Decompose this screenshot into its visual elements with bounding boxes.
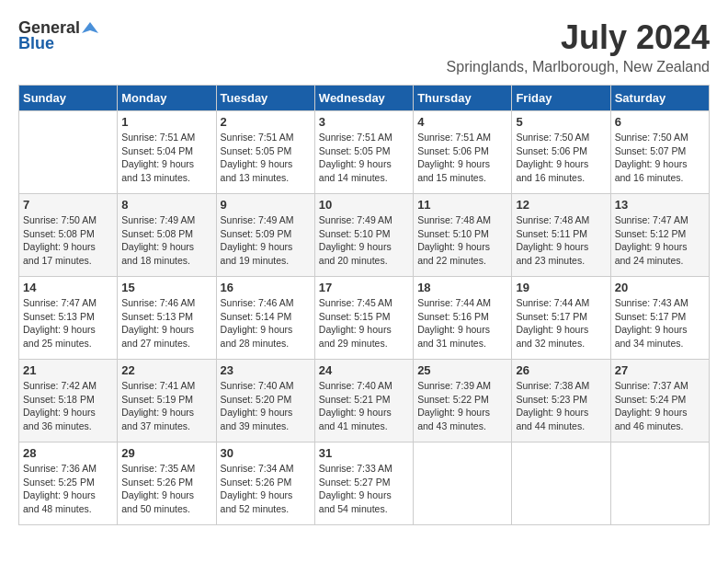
calendar-day-cell: 7 Sunrise: 7:50 AM Sunset: 5:08 PM Dayli…	[19, 194, 118, 277]
day-number: 9	[221, 198, 311, 212]
sunset-text: Sunset: 5:09 PM	[221, 228, 292, 239]
daylight-text: Daylight: 9 hours and 19 minutes.	[221, 241, 293, 266]
sunset-text: Sunset: 5:06 PM	[516, 145, 587, 156]
calendar-week-row: 7 Sunrise: 7:50 AM Sunset: 5:08 PM Dayli…	[19, 194, 710, 277]
calendar-day-cell: 16 Sunrise: 7:46 AM Sunset: 5:14 PM Dayl…	[216, 277, 314, 360]
day-info: Sunrise: 7:51 AM Sunset: 5:06 PM Dayligh…	[417, 131, 507, 185]
day-number: 21	[23, 363, 113, 377]
daylight-text: Daylight: 9 hours and 27 minutes.	[121, 324, 194, 349]
sunrise-text: Sunrise: 7:43 AM	[615, 297, 688, 308]
day-number: 30	[221, 446, 311, 460]
calendar-day-cell: 12 Sunrise: 7:48 AM Sunset: 5:11 PM Dayl…	[512, 194, 610, 277]
daylight-text: Daylight: 9 hours and 13 minutes.	[221, 158, 293, 183]
day-number: 2	[221, 115, 311, 129]
sunrise-text: Sunrise: 7:50 AM	[23, 214, 97, 225]
title-section: July 2024 Springlands, Marlborough, New …	[447, 18, 710, 75]
sunset-text: Sunset: 5:22 PM	[417, 394, 489, 405]
sunrise-text: Sunrise: 7:48 AM	[516, 214, 589, 225]
calendar-day-cell: 15 Sunrise: 7:46 AM Sunset: 5:13 PM Dayl…	[118, 277, 216, 360]
sunset-text: Sunset: 5:08 PM	[23, 228, 95, 239]
daylight-text: Daylight: 9 hours and 48 minutes.	[23, 489, 96, 514]
day-number: 4	[417, 115, 507, 129]
day-info: Sunrise: 7:46 AM Sunset: 5:14 PM Dayligh…	[221, 296, 311, 350]
sunrise-text: Sunrise: 7:39 AM	[417, 380, 491, 391]
daylight-text: Daylight: 9 hours and 15 minutes.	[417, 158, 490, 183]
sunrise-text: Sunrise: 7:49 AM	[121, 214, 195, 225]
day-info: Sunrise: 7:42 AM Sunset: 5:18 PM Dayligh…	[23, 379, 113, 433]
day-info: Sunrise: 7:51 AM Sunset: 5:05 PM Dayligh…	[221, 131, 311, 185]
day-info: Sunrise: 7:49 AM Sunset: 5:10 PM Dayligh…	[319, 213, 409, 268]
month-year-title: July 2024	[447, 18, 710, 57]
calendar-day-cell: 13 Sunrise: 7:47 AM Sunset: 5:12 PM Dayl…	[610, 194, 709, 277]
col-thursday: Thursday	[414, 86, 512, 111]
daylight-text: Daylight: 9 hours and 20 minutes.	[319, 241, 392, 266]
daylight-text: Daylight: 9 hours and 16 minutes.	[516, 158, 588, 183]
day-info: Sunrise: 7:33 AM Sunset: 5:27 PM Dayligh…	[319, 462, 409, 516]
sunset-text: Sunset: 5:14 PM	[221, 311, 292, 322]
day-info: Sunrise: 7:44 AM Sunset: 5:16 PM Dayligh…	[417, 296, 507, 350]
calendar-day-cell: 27 Sunrise: 7:37 AM Sunset: 5:24 PM Dayl…	[610, 360, 709, 442]
daylight-text: Daylight: 9 hours and 29 minutes.	[319, 324, 392, 349]
day-info: Sunrise: 7:47 AM Sunset: 5:13 PM Dayligh…	[23, 296, 113, 350]
day-info: Sunrise: 7:40 AM Sunset: 5:21 PM Dayligh…	[319, 379, 409, 433]
daylight-text: Daylight: 9 hours and 16 minutes.	[615, 158, 688, 183]
daylight-text: Daylight: 9 hours and 50 minutes.	[121, 489, 194, 514]
day-number: 15	[121, 281, 211, 294]
sunset-text: Sunset: 5:26 PM	[121, 477, 193, 488]
day-number: 25	[417, 363, 507, 377]
sunset-text: Sunset: 5:25 PM	[23, 477, 95, 488]
daylight-text: Daylight: 9 hours and 14 minutes.	[319, 158, 392, 183]
day-info: Sunrise: 7:50 AM Sunset: 5:06 PM Dayligh…	[516, 131, 606, 185]
calendar-day-cell	[414, 442, 512, 525]
day-info: Sunrise: 7:46 AM Sunset: 5:13 PM Dayligh…	[121, 296, 211, 350]
day-info: Sunrise: 7:50 AM Sunset: 5:08 PM Dayligh…	[23, 213, 113, 268]
day-number: 29	[121, 446, 211, 460]
daylight-text: Daylight: 9 hours and 39 minutes.	[221, 407, 293, 431]
location-subtitle: Springlands, Marlborough, New Zealand	[447, 59, 710, 75]
day-number: 26	[516, 363, 606, 377]
day-number: 31	[319, 446, 409, 460]
sunset-text: Sunset: 5:11 PM	[516, 228, 587, 239]
day-number: 28	[23, 446, 113, 460]
day-info: Sunrise: 7:38 AM Sunset: 5:23 PM Dayligh…	[516, 379, 606, 433]
sunrise-text: Sunrise: 7:46 AM	[221, 297, 294, 308]
day-info: Sunrise: 7:48 AM Sunset: 5:10 PM Dayligh…	[417, 213, 507, 268]
sunrise-text: Sunrise: 7:49 AM	[221, 214, 294, 225]
sunrise-text: Sunrise: 7:51 AM	[319, 132, 392, 143]
day-info: Sunrise: 7:47 AM Sunset: 5:12 PM Dayligh…	[615, 213, 705, 268]
daylight-text: Daylight: 9 hours and 44 minutes.	[516, 407, 588, 431]
day-number: 27	[615, 363, 705, 377]
day-number: 6	[615, 115, 705, 129]
day-info: Sunrise: 7:43 AM Sunset: 5:17 PM Dayligh…	[615, 296, 705, 350]
sunrise-text: Sunrise: 7:46 AM	[121, 297, 195, 308]
day-info: Sunrise: 7:45 AM Sunset: 5:15 PM Dayligh…	[319, 296, 409, 350]
day-info: Sunrise: 7:36 AM Sunset: 5:25 PM Dayligh…	[23, 462, 113, 516]
daylight-text: Daylight: 9 hours and 36 minutes.	[23, 407, 96, 431]
calendar-day-cell: 11 Sunrise: 7:48 AM Sunset: 5:10 PM Dayl…	[414, 194, 512, 277]
calendar-day-cell: 23 Sunrise: 7:40 AM Sunset: 5:20 PM Dayl…	[216, 360, 314, 442]
sunrise-text: Sunrise: 7:50 AM	[615, 132, 688, 143]
sunset-text: Sunset: 5:05 PM	[319, 145, 391, 156]
sunrise-text: Sunrise: 7:49 AM	[319, 214, 392, 225]
daylight-text: Daylight: 9 hours and 52 minutes.	[221, 489, 293, 514]
calendar-day-cell: 5 Sunrise: 7:50 AM Sunset: 5:06 PM Dayli…	[512, 111, 610, 194]
sunrise-text: Sunrise: 7:35 AM	[121, 463, 195, 474]
calendar-table: Sunday Monday Tuesday Wednesday Thursday…	[18, 85, 710, 525]
calendar-day-cell: 1 Sunrise: 7:51 AM Sunset: 5:04 PM Dayli…	[118, 111, 216, 194]
day-info: Sunrise: 7:50 AM Sunset: 5:07 PM Dayligh…	[615, 131, 705, 185]
day-number: 8	[121, 198, 211, 212]
sunrise-text: Sunrise: 7:36 AM	[23, 463, 97, 474]
calendar-day-cell: 29 Sunrise: 7:35 AM Sunset: 5:26 PM Dayl…	[118, 442, 216, 525]
daylight-text: Daylight: 9 hours and 24 minutes.	[615, 241, 688, 266]
sunset-text: Sunset: 5:24 PM	[615, 394, 687, 405]
calendar-day-cell: 8 Sunrise: 7:49 AM Sunset: 5:08 PM Dayli…	[118, 194, 216, 277]
sunset-text: Sunset: 5:26 PM	[221, 477, 292, 488]
sunset-text: Sunset: 5:13 PM	[23, 311, 95, 322]
calendar-week-row: 1 Sunrise: 7:51 AM Sunset: 5:04 PM Dayli…	[19, 111, 710, 194]
daylight-text: Daylight: 9 hours and 46 minutes.	[615, 407, 688, 431]
day-number: 19	[516, 281, 606, 294]
calendar-day-cell: 24 Sunrise: 7:40 AM Sunset: 5:21 PM Dayl…	[314, 360, 413, 442]
sunrise-text: Sunrise: 7:51 AM	[121, 132, 195, 143]
day-info: Sunrise: 7:51 AM Sunset: 5:05 PM Dayligh…	[319, 131, 409, 185]
sunset-text: Sunset: 5:10 PM	[417, 228, 489, 239]
